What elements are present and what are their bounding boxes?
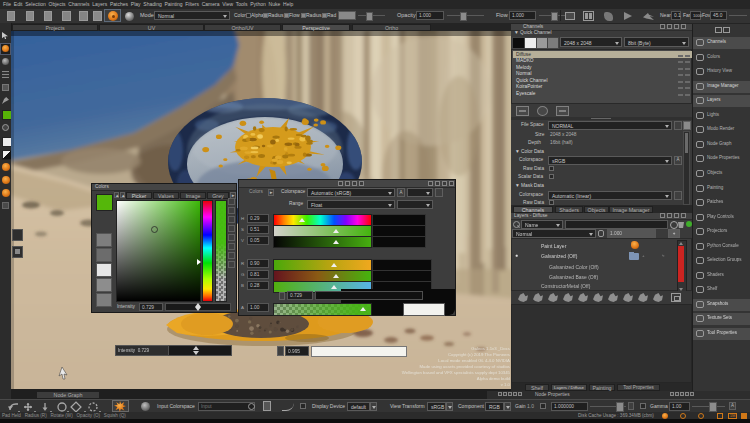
svg-text:Galeos 1.1v3 _Docs: Galeos 1.1v3 _Docs <box>471 346 510 351</box>
svg-text:Copyright (c) 2019 The Pioneer: Copyright (c) 2019 The Pioneers <box>448 352 510 357</box>
svg-text:Local mode enabled GL 4.4.0 NV: Local mode enabled GL 4.4.0 NVIDIA <box>438 358 510 363</box>
svg-text:v 1.0: v 1.0 <box>501 382 511 387</box>
svg-text:Wellington based and VFX speci: Wellington based and VFX specialists sup… <box>402 370 511 375</box>
svg-text:Alpha demo build: Alpha demo build <box>477 376 511 381</box>
svg-text:Made using assets provided cou: Made using assets provided courtesy of s… <box>419 364 510 369</box>
